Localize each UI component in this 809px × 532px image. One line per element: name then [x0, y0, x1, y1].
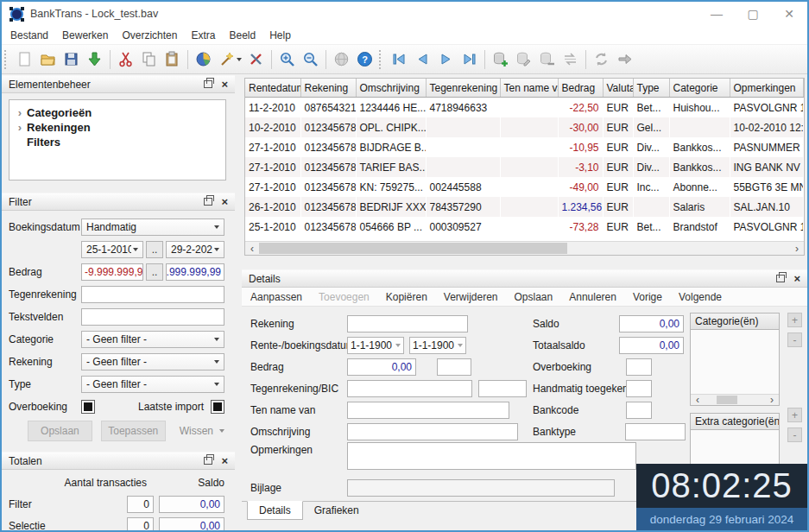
bic-field[interactable] [478, 380, 527, 397]
float-panel-icon[interactable] [204, 80, 212, 88]
export-icon[interactable] [613, 48, 636, 71]
col-tegenrekening[interactable]: Tegenrekening [426, 79, 500, 98]
menu-bestand[interactable]: Bestand [3, 28, 55, 43]
last-record-icon[interactable] [458, 48, 481, 71]
tree-item-categorieen[interactable]: › Categorieën [13, 105, 222, 120]
annuleren-action[interactable]: Annuleren [569, 291, 616, 303]
maximize-button[interactable]: ▢ [735, 2, 771, 26]
col-valuta[interactable]: Valuta [603, 79, 633, 98]
chevron-right-icon[interactable]: › [13, 121, 27, 134]
menu-beeld[interactable]: Beeld [222, 28, 262, 43]
scroll-right-icon[interactable]: › [790, 243, 804, 255]
tools-icon[interactable] [244, 48, 268, 71]
menu-extra[interactable]: Extra [184, 28, 222, 43]
col-categorie[interactable]: Categorie [669, 79, 730, 98]
bedrag-max-input[interactable]: 9.999.999,99 [166, 263, 224, 281]
close-panel-icon[interactable]: × [221, 198, 228, 206]
tree-item-filters[interactable]: Filters [13, 135, 222, 149]
close-panel-icon[interactable]: × [221, 457, 228, 466]
bedrag-field[interactable]: 0,00 [347, 358, 416, 376]
overboeking-checkbox[interactable] [81, 400, 95, 414]
categorie-filter-select[interactable]: - Geen filter - [81, 331, 224, 348]
wissen-button[interactable]: Wissen [180, 425, 224, 437]
toolbar-grip[interactable] [379, 50, 384, 69]
verwijderen-action[interactable]: Verwijderen [444, 291, 498, 303]
tegenrekening-field[interactable] [347, 380, 472, 397]
paste-icon[interactable] [161, 48, 184, 71]
col-omschrijving[interactable]: Omschrijving [356, 79, 426, 98]
volgende-action[interactable]: Volgende [679, 291, 722, 303]
table-row[interactable]: 27-1-2010012345678KN: 759275...002445588… [245, 177, 804, 197]
help-icon[interactable]: ? [353, 48, 376, 71]
table-row[interactable]: 26-1-2010012345678BEDRIJF XXX7843572901.… [245, 197, 804, 217]
new-file-icon[interactable] [13, 48, 36, 71]
chevron-right-icon[interactable]: › [13, 106, 27, 119]
aanpassen-action[interactable]: Aanpassen [250, 291, 302, 303]
type-filter-select[interactable]: - Geen filter - [81, 376, 224, 393]
categorie-list[interactable]: ‹ › [690, 330, 780, 406]
scrollbar-thumb[interactable] [717, 396, 737, 404]
omschrijving-field[interactable] [347, 423, 518, 440]
merge-records-icon[interactable] [559, 48, 582, 71]
scrollbar-thumb[interactable] [259, 243, 567, 254]
zoom-out-icon[interactable] [299, 48, 322, 71]
globe-icon[interactable] [330, 48, 353, 71]
categorie-list-scrollbar[interactable]: ‹ › [691, 394, 779, 405]
col-type[interactable]: Type [633, 79, 669, 98]
bedrag-min-input[interactable]: -9.999.999,99 [81, 263, 143, 281]
rekening-field[interactable] [347, 315, 468, 332]
zoom-in-icon[interactable] [275, 48, 299, 71]
date-range-button[interactable]: .. [146, 241, 163, 258]
tekstvelden-input[interactable] [81, 308, 224, 326]
opmerkingen-field[interactable] [347, 442, 636, 470]
vorige-action[interactable]: Vorige [633, 291, 662, 303]
laatste-import-checkbox[interactable] [211, 400, 224, 414]
close-panel-icon[interactable]: × [221, 80, 228, 89]
boekingsdatum-select[interactable]: Handmatig [81, 218, 224, 236]
bedrag-extra-field[interactable] [437, 358, 471, 376]
overboeking-field[interactable] [626, 358, 652, 376]
extra-categorie-add-button[interactable]: + [787, 408, 802, 422]
minimize-button[interactable]: — [698, 2, 735, 26]
table-row[interactable]: 11-2-20100876543211234446 HE...471894663… [245, 98, 804, 118]
opslaan-action[interactable]: Opslaan [515, 291, 553, 303]
bankcode-field[interactable] [626, 402, 652, 419]
rentedatum-select[interactable]: 1-1-1900 [347, 337, 404, 354]
save-icon[interactable] [60, 48, 83, 71]
bijlage-field[interactable] [347, 479, 615, 497]
wizard-icon[interactable] [215, 48, 244, 71]
table-horizontal-scrollbar[interactable]: ‹ › [245, 241, 804, 255]
date-from-select[interactable]: 25-1-2010 [81, 241, 143, 258]
add-record-icon[interactable] [489, 48, 512, 71]
categorie-add-button[interactable]: + [787, 313, 802, 327]
cut-icon[interactable] [114, 48, 137, 71]
wizard-dropdown-icon[interactable] [237, 58, 242, 61]
tree-item-rekeningen[interactable]: › Rekeningen [13, 120, 222, 135]
float-panel-icon[interactable] [776, 275, 785, 282]
col-opmerkingen[interactable]: Opmerkingen [730, 79, 804, 98]
copy-icon[interactable] [137, 48, 161, 71]
tab-grafieken[interactable]: Grafieken [303, 502, 370, 520]
scroll-left-icon[interactable]: ‹ [245, 243, 259, 255]
first-record-icon[interactable] [388, 48, 411, 71]
menu-overzichten[interactable]: Overzichten [115, 28, 184, 43]
col-bedrag[interactable]: Bedrag [558, 79, 603, 98]
col-rentedatum[interactable]: Rentedatum [245, 79, 300, 98]
col-rekening[interactable]: Rekening [300, 79, 356, 98]
open-file-icon[interactable] [36, 48, 60, 71]
date-to-select[interactable]: 29-2-2024 [166, 241, 224, 258]
tab-details[interactable]: Details [247, 501, 303, 520]
scroll-left-icon[interactable]: ‹ [691, 394, 705, 406]
import-icon[interactable] [83, 48, 106, 71]
toolbar-grip[interactable] [4, 50, 9, 69]
float-panel-icon[interactable] [204, 457, 212, 465]
extra-categorie-remove-button[interactable]: - [787, 428, 802, 442]
refresh-icon[interactable] [590, 48, 613, 71]
float-panel-icon[interactable] [204, 198, 212, 206]
table-row[interactable]: 27-1-2010012345678TARIEF BAS...-3,10EURD… [245, 157, 804, 177]
ten-name-van-field[interactable] [347, 402, 509, 419]
pie-chart-icon[interactable] [192, 48, 215, 71]
delete-record-icon[interactable] [535, 48, 559, 71]
handmatig-toegekend-field[interactable] [626, 380, 652, 397]
rekening-filter-select[interactable]: - Geen filter - [81, 353, 224, 370]
